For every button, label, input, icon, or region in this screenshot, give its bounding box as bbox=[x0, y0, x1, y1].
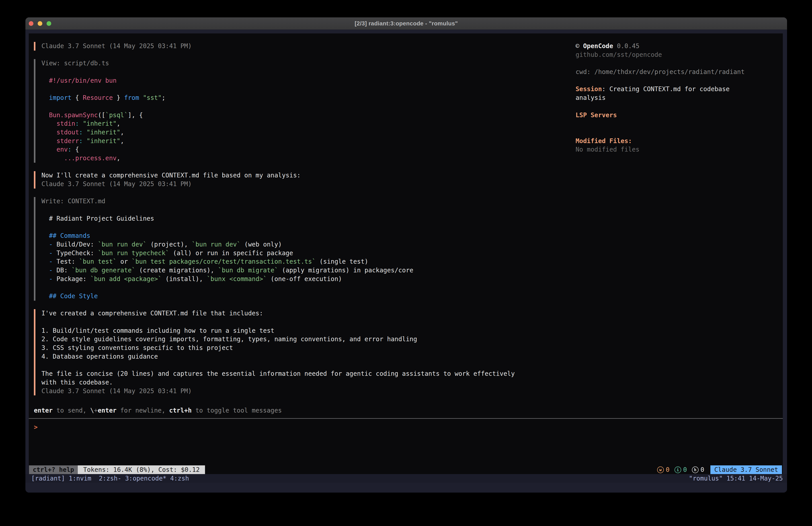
info-count: 0 bbox=[683, 466, 687, 473]
message-block: Now I'll create a comprehensive CONTEXT.… bbox=[34, 171, 515, 188]
text-line: cwd: /home/thdxr/dev/projects/radiant/ra… bbox=[576, 68, 778, 76]
text-line bbox=[576, 119, 778, 128]
text-line bbox=[576, 59, 778, 68]
diagnostic-hint: h0 bbox=[692, 466, 705, 473]
text-line: import { Resource } from "sst"; bbox=[41, 94, 515, 102]
text-line: Modified Files: bbox=[576, 137, 778, 145]
text-line bbox=[41, 85, 515, 94]
tmux-status-bar: [radiant] 1:nvim 2:zsh- 3:opencode* 4:zs… bbox=[25, 474, 787, 483]
text-line: Session: Creating CONTEXT.md for codebas… bbox=[576, 85, 778, 94]
status-bar: ctrl+? help Tokens: 16.4K (8%), Cost: $0… bbox=[29, 465, 783, 474]
opencode-screen: Claude 3.7 Sonnet (14 May 2025 03:41 PM)… bbox=[29, 33, 783, 474]
text-line: Bun.spawnSync([`psql`], { bbox=[41, 111, 515, 120]
text-line bbox=[41, 283, 515, 292]
text-line: Claude 3.7 Sonnet (14 May 2025 03:41 PM) bbox=[41, 387, 515, 396]
warning-icon: w bbox=[657, 467, 664, 473]
message-block: Claude 3.7 Sonnet (14 May 2025 03:41 PM) bbox=[34, 42, 515, 51]
text-line: 1. Build/lint/test commands including ho… bbox=[41, 327, 515, 335]
text-line: with this codebase. bbox=[41, 378, 515, 387]
text-line: analysis bbox=[576, 94, 778, 102]
text-line: View: script/db.ts bbox=[41, 59, 515, 68]
tmux-window-list[interactable]: [radiant] 1:nvim 2:zsh- 3:opencode* 4:zs… bbox=[31, 475, 189, 482]
text-line: 4. Database operations guidance bbox=[41, 352, 515, 361]
info-icon: i bbox=[675, 467, 681, 473]
text-line: Write: CONTEXT.md bbox=[41, 197, 515, 206]
text-line bbox=[41, 102, 515, 111]
tokens-label: Tokens: 16.4K (8%), Cost: $0.12 bbox=[83, 466, 200, 473]
text-line bbox=[576, 76, 778, 85]
text-line bbox=[576, 128, 778, 137]
diagnostic-info: i0 bbox=[675, 466, 687, 473]
text-line bbox=[576, 102, 778, 111]
text-line bbox=[41, 206, 515, 214]
text-line bbox=[41, 361, 515, 370]
text-line: github.com/sst/opencode bbox=[576, 51, 778, 59]
tmux-session-clock: "romulus" 15:41 14-May-25 bbox=[689, 475, 783, 482]
text-line: No modified files bbox=[576, 145, 778, 154]
block-gap bbox=[34, 188, 515, 197]
text-line: © OpenCode 0.0.45 bbox=[576, 42, 778, 51]
terminal-window: [2/3] radiant:3:opencode - "romulus" Cla… bbox=[25, 17, 787, 493]
warning-count: 0 bbox=[666, 466, 670, 473]
diagnostics: w0i0h0 bbox=[657, 465, 705, 474]
text-line: 2. Code style guidelines covering import… bbox=[41, 335, 515, 344]
text-line: The file is concise (20 lines) and captu… bbox=[41, 370, 515, 378]
text-line: - DB: `bun db generate` (create migratio… bbox=[41, 266, 515, 275]
text-line: stdout: "inherit", bbox=[41, 128, 515, 137]
composer-hint: enter to send, \+enter for newline, ctrl… bbox=[34, 406, 282, 415]
text-line: LSP Servers bbox=[576, 111, 778, 120]
terminal-content: Claude 3.7 Sonnet (14 May 2025 03:41 PM)… bbox=[25, 30, 787, 493]
text-line: - Test: `bun test` or `bun test packages… bbox=[41, 257, 515, 266]
text-line: env: { bbox=[41, 145, 515, 154]
model-chip[interactable]: Claude 3.7 Sonnet bbox=[710, 465, 782, 474]
text-line: stderr: "inherit", bbox=[41, 137, 515, 145]
sidebar: © OpenCode 0.0.45github.com/sst/opencode… bbox=[576, 42, 778, 154]
chat-log: Claude 3.7 Sonnet (14 May 2025 03:41 PM)… bbox=[34, 42, 515, 395]
message-block: View: script/db.ts #!/usr/bin/env bun im… bbox=[34, 59, 515, 162]
text-line: ## Commands bbox=[41, 231, 515, 240]
text-line: Now I'll create a comprehensive CONTEXT.… bbox=[41, 171, 515, 180]
text-line bbox=[41, 68, 515, 76]
text-line: - TypeCheck: `bun run typecheck` (all) o… bbox=[41, 249, 515, 258]
prompt-input[interactable]: > bbox=[34, 423, 776, 432]
tokens-cost-badge: Tokens: 16.4K (8%), Cost: $0.12 bbox=[78, 465, 205, 474]
text-line: Claude 3.7 Sonnet (14 May 2025 03:41 PM) bbox=[41, 42, 515, 51]
composer-divider bbox=[29, 418, 783, 419]
message-block: I've created a comprehensive CONTEXT.md … bbox=[34, 309, 515, 395]
text-line: #!/usr/bin/env bun bbox=[41, 76, 515, 85]
text-line: stdin: "inherit", bbox=[41, 119, 515, 128]
help-label: ctrl+? help bbox=[33, 466, 74, 473]
text-line: enter to send, \+enter for newline, ctrl… bbox=[34, 406, 282, 415]
message-block: Write: CONTEXT.md # Radiant Project Guid… bbox=[34, 197, 515, 300]
text-line: Claude 3.7 Sonnet (14 May 2025 03:41 PM) bbox=[41, 180, 515, 188]
block-gap bbox=[34, 51, 515, 59]
text-line bbox=[41, 318, 515, 327]
hint-count: 0 bbox=[700, 466, 705, 473]
text-line: I've created a comprehensive CONTEXT.md … bbox=[41, 309, 515, 318]
text-line: ...process.env, bbox=[41, 154, 515, 163]
help-keybind-badge[interactable]: ctrl+? help bbox=[29, 465, 78, 474]
text-line bbox=[41, 223, 515, 231]
text-line: 3. CSS styling conventions specific to t… bbox=[41, 344, 515, 352]
hint-icon: h bbox=[692, 467, 699, 473]
text-line: ## Code Style bbox=[41, 292, 515, 301]
text-line: - Build/Dev: `bun run dev` (project), `b… bbox=[41, 240, 515, 249]
text-line: - Package: `bun add <package>` (install)… bbox=[41, 275, 515, 284]
diagnostic-warning: w0 bbox=[657, 466, 670, 473]
statusbar-spacer bbox=[205, 465, 657, 474]
window-title: [2/3] radiant:3:opencode - "romulus" bbox=[25, 17, 787, 29]
prompt-caret: > bbox=[34, 424, 38, 431]
block-gap bbox=[34, 301, 515, 309]
text-line: # Radiant Project Guidelines bbox=[41, 214, 515, 223]
model-label: Claude 3.7 Sonnet bbox=[714, 466, 778, 473]
titlebar[interactable]: [2/3] radiant:3:opencode - "romulus" bbox=[25, 17, 787, 30]
block-gap bbox=[34, 163, 515, 171]
